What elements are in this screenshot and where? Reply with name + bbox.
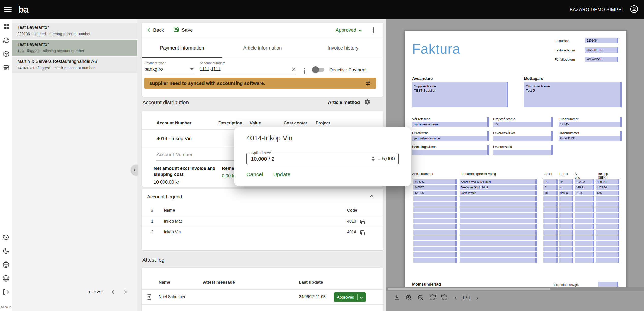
supplier-list-item[interactable]: Test Leverantor 220106 - flagged - missi… <box>12 23 137 39</box>
number-stepper[interactable] <box>372 157 375 161</box>
logout-icon[interactable] <box>3 289 9 296</box>
sync-warning-banner: supplier need to synced with accounting … <box>144 78 376 89</box>
split-times-input[interactable]: Split Times* 10,000 / 2 = 5,000 <box>246 153 399 165</box>
empty-cell <box>460 219 537 223</box>
pdf-toolbar: 1 / 1 <box>393 294 478 302</box>
empty-cell <box>559 252 573 257</box>
legend-row-num: 2 <box>151 230 153 234</box>
column-header: Enhet <box>559 172 568 176</box>
horizontal-scrollbar[interactable] <box>386 287 644 291</box>
dashboard-icon[interactable] <box>3 23 10 30</box>
clear-field-icon[interactable] <box>291 67 296 72</box>
collapse-legend-icon[interactable] <box>370 195 374 199</box>
item-enhet: st <box>559 179 573 184</box>
dark-mode-icon[interactable] <box>3 248 9 254</box>
chevron-down-icon <box>359 29 362 31</box>
supplier-list-item[interactable]: Martin & Servera Restauranghandel AB 748… <box>12 57 137 73</box>
tab-invoice-history[interactable]: Invoice history <box>303 38 383 58</box>
attest-status-select[interactable]: Approved <box>334 292 366 302</box>
empty-cell <box>413 213 457 218</box>
payment-overflow-menu-icon[interactable] <box>304 68 305 74</box>
toolbar-overflow-menu-icon[interactable] <box>373 27 374 33</box>
page-prev-icon[interactable] <box>454 297 457 299</box>
rotate-ccw-icon[interactable] <box>441 294 448 302</box>
update-button[interactable]: Update <box>273 171 290 177</box>
chevron-left-icon <box>147 28 151 32</box>
pagination-prev-icon[interactable] <box>112 290 116 294</box>
empty-cell <box>460 196 537 201</box>
tab-article-information[interactable]: Article information <box>222 38 303 58</box>
empty-cell <box>596 207 619 212</box>
item-row-empty <box>413 224 537 229</box>
empty-cell <box>413 196 457 201</box>
sync-icon[interactable] <box>3 37 10 44</box>
empty-cell <box>596 247 619 251</box>
deactivate-payment-label: Deactive Payment <box>329 67 367 73</box>
stepper-up-icon[interactable] <box>372 157 375 158</box>
dialog-title: 4014-Inköp Vin <box>246 134 399 142</box>
moms-label: Momsunderlag <box>412 282 441 287</box>
zoom-in-icon[interactable] <box>405 294 412 302</box>
back-button[interactable]: Back <box>148 27 164 33</box>
tab-payment-information[interactable]: Payment information <box>142 38 222 58</box>
attest-last-update: 24/06/12 11:03 <box>299 294 326 299</box>
item-desc: Tonic Water <box>460 191 537 195</box>
app-version-label: 24.06.13 <box>1 306 12 309</box>
copy-icon[interactable] <box>359 230 365 237</box>
split-dialog: 4014-Inköp Vin Split Times* 10,000 / 2 =… <box>234 127 411 186</box>
history-icon[interactable] <box>3 234 9 241</box>
split-result-value: = 5,000 <box>378 156 395 162</box>
dropdown-caret-icon <box>190 68 194 70</box>
warning-text: supplier need to synced with accounting … <box>149 80 265 86</box>
zoom-out-icon[interactable] <box>417 294 424 302</box>
account-number-field[interactable]: Account number* 1111-1111 <box>200 61 296 74</box>
legend-title: Account Legend <box>147 194 182 199</box>
save-button[interactable]: Save <box>173 26 193 34</box>
section-title: Account distribution <box>142 99 189 105</box>
account-icon[interactable] <box>630 5 638 14</box>
column-header: Value <box>250 121 261 126</box>
meta-value: 220106 <box>585 38 618 42</box>
empty-cell <box>543 213 558 218</box>
cancel-button[interactable]: Cancel <box>246 171 263 177</box>
store-icon[interactable] <box>3 64 10 71</box>
deactivate-payment-toggle[interactable] <box>312 67 325 72</box>
swap-sync-icon[interactable] <box>365 80 371 87</box>
status-dropdown[interactable]: Approved <box>336 27 361 33</box>
supplier-list-item-selected[interactable]: Test Leverantor 123 - flagged - missing … <box>12 40 137 56</box>
empty-cell <box>413 252 457 257</box>
item-apris: 195.71 <box>575 185 594 190</box>
item-art: 123456 <box>413 191 457 195</box>
invoice-field: Er referensyour refrence name <box>412 131 489 141</box>
empty-cell <box>559 258 573 263</box>
item-row-empty <box>543 235 619 240</box>
page-next-icon[interactable] <box>475 297 478 299</box>
account-distribution-header: Account distribution Article method <box>142 99 383 106</box>
editor-tabs: Payment information Article information … <box>142 38 383 58</box>
invoice-meta-row: Fakturanr. 220106 <box>555 38 618 43</box>
language-icon[interactable] <box>3 261 9 268</box>
settings-gear-icon[interactable] <box>364 99 371 106</box>
attest-row: Noel Schreiber 24/06/12 11:03 Approved <box>142 289 383 305</box>
item-art: 445566 <box>413 179 457 184</box>
item-belopp: 4608.48 <box>596 179 619 184</box>
hamburger-menu-icon[interactable] <box>4 7 12 13</box>
stepper-down-icon[interactable] <box>372 159 375 161</box>
web-icon[interactable] <box>3 275 9 282</box>
meta-value-box: 220106 <box>585 38 618 43</box>
dialog-actions: Cancel Update <box>246 171 399 177</box>
empty-cell <box>575 207 594 212</box>
copy-icon[interactable] <box>359 219 365 226</box>
supplier-name: Martin & Servera Restauranghandel AB <box>17 59 134 64</box>
payment-type-select[interactable]: Payment type* bankgiro <box>144 61 194 74</box>
pagination-next-icon[interactable] <box>123 290 127 294</box>
rotate-cw-icon[interactable] <box>429 294 436 302</box>
empty-cell <box>559 224 573 229</box>
empty-cell <box>460 224 537 229</box>
invoice-field: Kundnummer12345 <box>559 117 622 127</box>
scrollbar-thumb[interactable] <box>388 288 550 290</box>
download-icon[interactable] <box>393 294 400 302</box>
empty-cell <box>596 252 619 257</box>
items-group-left: 445566 Absolut Vodka 12x 70 cl 445567 Be… <box>412 178 538 264</box>
package-icon[interactable] <box>3 51 10 57</box>
